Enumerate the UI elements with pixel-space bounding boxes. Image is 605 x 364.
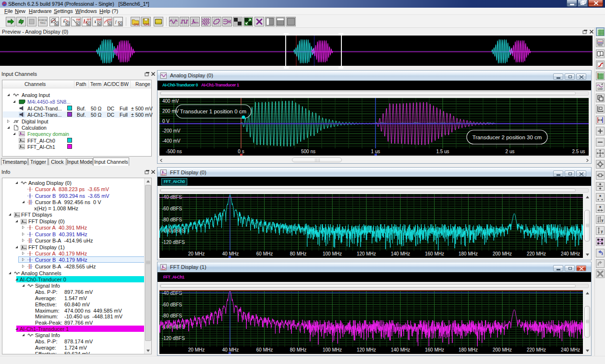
svg-text:Transducer 1 position 0 cm: Transducer 1 position 0 cm	[180, 109, 246, 114]
svg-text:-200 mV: -200 mV	[162, 128, 181, 133]
svg-text:-60 dBFS: -60 dBFS	[162, 302, 182, 307]
svg-text:-80 dBFS: -80 dBFS	[162, 217, 182, 222]
svg-text:C: C	[119, 22, 121, 25]
svg-text:-120 dBFS: -120 dBFS	[162, 240, 185, 245]
svg-text:C: C	[87, 22, 90, 25]
svg-text:C: C	[109, 22, 111, 25]
svg-text:FFT: FFT	[87, 18, 91, 21]
svg-text:C: C	[55, 22, 58, 25]
svg-text:CbD: CbD	[597, 87, 603, 90]
svg-text:-400 mV: -400 mV	[162, 138, 181, 144]
svg-text:x: x	[599, 194, 602, 198]
svg-text:x: x	[599, 205, 602, 209]
svg-text:-100 dBFS: -100 dBFS	[162, 324, 185, 329]
svg-text:y: y	[601, 230, 603, 233]
svg-text:Transducer 2 position 30 cm: Transducer 2 position 30 cm	[472, 134, 542, 140]
svg-text:-40 dBFS: -40 dBFS	[162, 291, 182, 296]
svg-text:FIR: FIR	[76, 18, 80, 21]
svg-text:-60 dBFS: -60 dBFS	[162, 206, 182, 211]
svg-text:C: C	[98, 22, 100, 25]
svg-text:C: C	[66, 22, 69, 25]
svg-text:CFG: CFG	[133, 23, 139, 26]
svg-text:HDC: HDC	[598, 44, 603, 47]
svg-text:HIST: HIST	[108, 18, 112, 21]
svg-text:C: C	[77, 22, 79, 25]
svg-text:-120 dBFS: -120 dBFS	[162, 336, 185, 341]
svg-text:200 mV: 200 mV	[162, 109, 179, 114]
svg-text:y: y	[602, 218, 604, 222]
svg-text:0 V: 0 V	[162, 119, 169, 124]
svg-text:-80 dBFS: -80 dBFS	[162, 313, 182, 318]
svg-text:TRIG: TRIG	[40, 22, 46, 24]
svg-text:SNR: SNR	[97, 18, 101, 21]
svg-text:400 mV: 400 mV	[162, 98, 179, 104]
svg-text:CFG: CFG	[144, 23, 150, 26]
